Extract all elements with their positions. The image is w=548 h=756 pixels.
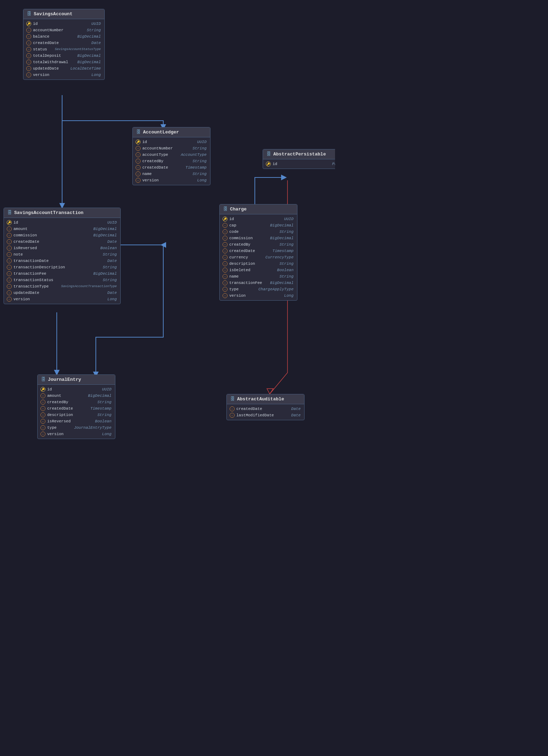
table-row: 🔑id UUID	[38, 386, 115, 393]
table-row: ○createdBy String	[38, 399, 115, 405]
pk-icon: 🔑	[266, 161, 271, 166]
field-icon: ○	[7, 226, 12, 231]
entity-charge: 🗄 Charge 🔑id UUID ○cap BigDecimal ○code …	[219, 204, 297, 301]
field-icon: ○	[223, 229, 228, 234]
table-row: ○transactionFee BigDecimal	[220, 280, 297, 286]
table-row: 🔑id UUID	[4, 219, 120, 226]
field-icon: ○	[40, 393, 45, 398]
entity-title-savings-account: SavingsAccount	[34, 11, 72, 17]
field-icon: ○	[223, 223, 228, 228]
field-icon: ○	[230, 413, 235, 418]
entity-body-account-ledger: 🔑id UUID ○accountNumber String ○accountT…	[133, 137, 210, 185]
db-icon-savings-account-transaction: 🗄	[7, 210, 12, 215]
entity-header-abstract-auditable: 🗄 AbstractAuditable	[227, 394, 304, 404]
table-row: ○amount BigDecimal	[38, 393, 115, 399]
field-icon: ○	[223, 255, 228, 260]
table-row: ○amount BigDecimal	[4, 226, 120, 232]
table-row: ○name String	[133, 171, 210, 177]
field-icon: ○	[26, 72, 31, 77]
table-row: ○commission BigDecimal	[220, 235, 297, 241]
table-row: ○version Long	[220, 292, 297, 299]
table-row: ○transactionType SavingsAccountTransacti…	[4, 283, 120, 290]
table-row: ○transactionFee BigDecimal	[4, 270, 120, 277]
field-icon: ○	[26, 66, 31, 71]
table-row: ○transactionStatus String	[4, 277, 120, 283]
table-row: ○balance BigDecimal	[23, 33, 104, 40]
table-row: ○type ChargeApplyType	[220, 286, 297, 292]
field-icon: ○	[7, 258, 12, 263]
table-row: ○status SavingsAccountStatusType	[23, 46, 104, 53]
table-row: 🔑id UUID	[23, 21, 104, 27]
field-icon: ○	[223, 248, 228, 253]
table-row: ○code String	[220, 229, 297, 235]
entity-body-savings-account: 🔑id UUID ○accountNumber String ○balance …	[23, 19, 104, 80]
table-row: ○createdBy String	[133, 158, 210, 164]
field-icon: ○	[40, 432, 45, 437]
field-icon: ○	[223, 242, 228, 247]
table-row: ○createdDate Timestamp	[38, 405, 115, 412]
entity-header-account-ledger: 🗄 AccountLedger	[133, 127, 210, 137]
field-icon: ○	[223, 236, 228, 241]
table-row: ○note String	[4, 251, 120, 258]
field-icon: ○	[223, 293, 228, 298]
table-row: ○accountType AccountType	[133, 152, 210, 158]
entity-title-journal-entry: JournalEntry	[48, 377, 81, 382]
field-icon: ○	[136, 165, 141, 170]
table-row: ○name String	[220, 273, 297, 280]
db-icon-journal-entry: 🗄	[41, 377, 46, 382]
field-icon: ○	[136, 159, 141, 164]
table-row: ○commission BigDecimal	[4, 232, 120, 239]
field-icon: ○	[136, 171, 141, 176]
entity-journal-entry: 🗄 JournalEntry 🔑id UUID ○amount BigDecim…	[37, 374, 115, 439]
table-row: ○transactionDate Date	[4, 258, 120, 264]
table-row: ○description String	[220, 261, 297, 267]
entity-header-savings-account-transaction: 🗄 SavingsAccountTransaction	[4, 208, 120, 218]
table-row: 🔑id PK	[263, 161, 335, 167]
db-icon-abstract-auditable: 🗄	[230, 396, 235, 402]
field-icon: ○	[230, 406, 235, 411]
table-row: ○version Long	[38, 431, 115, 437]
table-row: ○isReversed Boolean	[4, 245, 120, 251]
entity-account-ledger: 🗄 AccountLedger 🔑id UUID ○accountNumber …	[132, 127, 210, 185]
field-icon: ○	[26, 47, 31, 52]
table-row: ○totalWithdrawal BigDecimal	[23, 59, 104, 65]
table-row: ○accountNumber String	[133, 145, 210, 152]
table-row: ○createdDate Timestamp	[220, 248, 297, 254]
table-row: ○currency CurrencyType	[220, 254, 297, 261]
table-row: ○type JournalEntryType	[38, 424, 115, 431]
field-icon: ○	[26, 28, 31, 33]
entity-savings-account-transaction: 🗄 SavingsAccountTransaction 🔑id UUID ○am…	[4, 208, 121, 304]
entity-abstract-auditable: 🗄 AbstractAuditable ○createdDate Date ○l…	[226, 394, 305, 420]
table-row: ○cap BigDecimal	[220, 222, 297, 229]
field-icon: ○	[7, 239, 12, 244]
table-row: ○isDeleted Boolean	[220, 267, 297, 273]
field-icon: ○	[7, 233, 12, 238]
field-icon: ○	[7, 297, 12, 302]
table-row: ○updatedDate LocalDateTime	[23, 65, 104, 72]
field-icon: ○	[7, 278, 12, 283]
field-icon: ○	[7, 252, 12, 257]
entity-title-charge: Charge	[230, 207, 247, 212]
entity-savings-account: 🗄 SavingsAccount 🔑id UUID ○accountNumber…	[23, 9, 105, 80]
pk-icon: 🔑	[7, 220, 12, 225]
entity-title-account-ledger: AccountLedger	[143, 130, 179, 135]
entity-header-abstract-persistable: 🗄 AbstractPersistable	[263, 149, 335, 159]
table-row: 🔑id UUID	[220, 216, 297, 222]
table-row: ○version Long	[133, 177, 210, 183]
entity-title-abstract-persistable: AbstractPersistable	[273, 152, 326, 157]
table-row: ○transactionDescription String	[4, 264, 120, 270]
table-row: ○createdDate Date	[4, 239, 120, 245]
table-row: ○accountNumber String	[23, 27, 104, 33]
field-icon: ○	[223, 268, 228, 273]
table-row: ○updatedDate Date	[4, 290, 120, 296]
db-icon-charge: 🗄	[223, 207, 228, 212]
table-row: ○createdDate Date	[23, 40, 104, 46]
pk-icon: 🔑	[26, 21, 31, 26]
entity-body-abstract-persistable: 🔑id PK	[263, 159, 335, 169]
field-icon: ○	[7, 284, 12, 289]
entity-title-savings-account-transaction: SavingsAccountTransaction	[14, 210, 83, 215]
field-icon: ○	[136, 178, 141, 183]
field-icon: ○	[223, 274, 228, 279]
field-icon: ○	[223, 280, 228, 285]
field-icon: ○	[136, 146, 141, 151]
